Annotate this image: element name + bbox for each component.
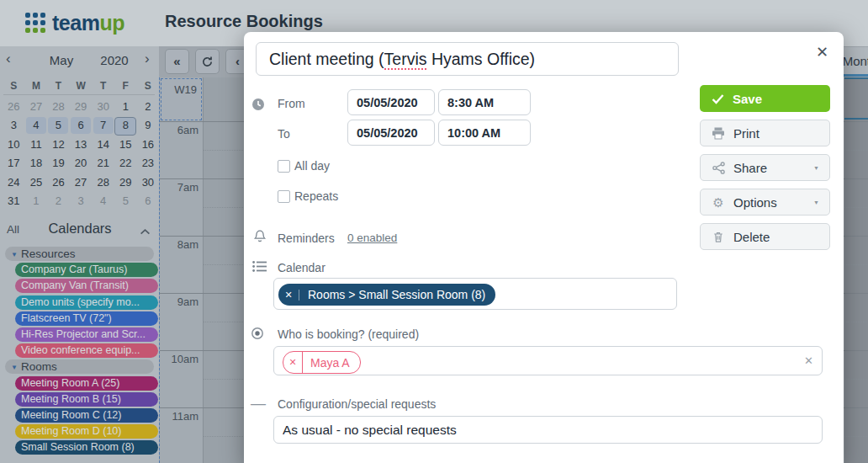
to-date-input[interactable] [347, 120, 435, 146]
button-label: Save [733, 92, 762, 106]
config-input[interactable] [273, 416, 823, 444]
list-icon [252, 260, 266, 274]
repeats-label: Repeats [294, 189, 338, 203]
share-button[interactable]: Share▼ [700, 154, 830, 181]
radio-icon [251, 327, 264, 340]
config-label: Configuration/special requests [278, 397, 436, 411]
title-text: Client meeting ( [269, 50, 384, 68]
title-misspelled-text: Tervis [384, 50, 427, 70]
caret-down-icon: ▼ [813, 200, 819, 205]
app-window: teamup Resource Bookings ‹ May 2020 › SM… [0, 0, 868, 463]
check-icon [710, 93, 725, 104]
who-tag: ✕ Maya A [283, 351, 361, 374]
remove-tag-icon[interactable]: ✕ [283, 352, 303, 373]
button-label: Options [733, 195, 777, 210]
from-time-input[interactable] [438, 89, 531, 115]
trash-icon [711, 231, 726, 243]
share-icon [711, 162, 726, 174]
close-icon[interactable]: ✕ [816, 43, 828, 61]
to-label: To [278, 127, 290, 141]
button-label: Print [733, 126, 760, 141]
save-button[interactable]: Save [700, 85, 830, 112]
who-select-input[interactable]: ✕ Maya A ✕ [273, 346, 823, 375]
printer-icon [711, 127, 726, 140]
print-button[interactable]: Print [700, 120, 830, 146]
clock-icon [251, 98, 265, 111]
calendar-tag: ✕ Rooms > Small Session Room (8) [278, 284, 495, 306]
remove-tag-icon[interactable]: ✕ [278, 290, 299, 301]
allday-checkbox[interactable] [278, 160, 290, 173]
gear-icon: ⚙ [711, 196, 726, 209]
who-label: Who is booking? (required) [278, 327, 419, 341]
reminders-label: Reminders [278, 232, 335, 245]
from-date-input[interactable] [347, 89, 435, 115]
event-title-input[interactable]: Client meeting (Tervis Hyams Office) [256, 42, 679, 76]
caret-down-icon: ▼ [813, 165, 819, 171]
calendar-tag-label: Rooms > Small Session Room (8) [299, 288, 495, 301]
dash-icon: — [251, 395, 266, 412]
options-button[interactable]: ⚙Options▼ [700, 189, 830, 216]
button-label: Share [733, 161, 767, 175]
reminders-enabled-link[interactable]: 0 enabled [347, 232, 397, 244]
clear-input-icon[interactable]: ✕ [804, 354, 813, 367]
who-tag-label: Maya A [303, 356, 360, 370]
to-time-input[interactable] [438, 120, 531, 146]
event-editor-modal: ✕ Client meeting (Tervis Hyams Office) F… [244, 32, 844, 463]
allday-label: All day [294, 159, 330, 173]
calendar-label: Calendar [278, 261, 326, 274]
button-label: Delete [733, 230, 770, 244]
from-label: From [278, 97, 305, 110]
delete-button[interactable]: Delete [700, 223, 830, 250]
repeats-checkbox[interactable] [278, 190, 290, 203]
calendar-select-input[interactable]: ✕ Rooms > Small Session Room (8) [273, 278, 677, 310]
title-text: Hyams Office) [426, 50, 535, 68]
bell-icon [253, 229, 267, 242]
